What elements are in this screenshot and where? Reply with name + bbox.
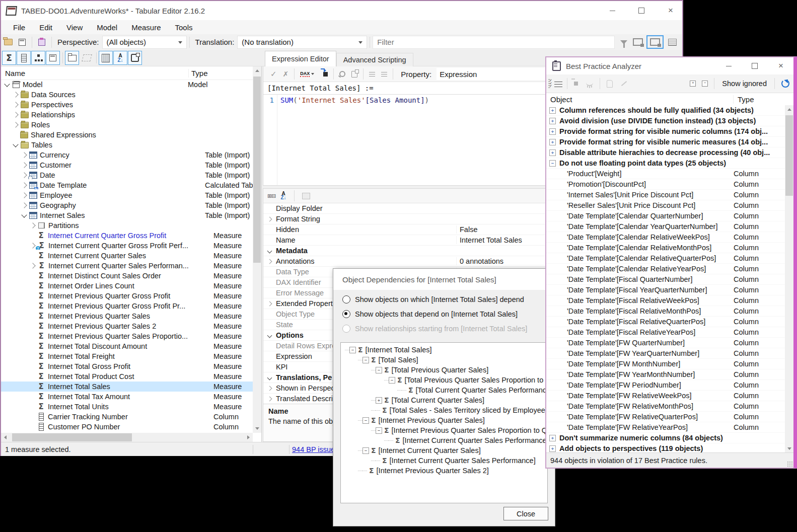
- table-row[interactable]: 'Date Template'[FW YearQuarterNumber]Col…: [546, 348, 785, 359]
- table-row[interactable]: 'Date Template'[Calendar RelativeQuarter…: [546, 253, 785, 264]
- chevron-collapsed-icon[interactable]: [13, 122, 18, 127]
- menu-view[interactable]: View: [59, 20, 90, 34]
- filter-mode-button[interactable]: [617, 36, 630, 48]
- chevron-collapsed-icon[interactable]: [21, 162, 27, 168]
- chevron-expanded-icon[interactable]: [4, 81, 10, 87]
- dependency-tree-row[interactable]: Σ[Internet Current Quarter Sales Perform…: [341, 435, 547, 445]
- show-ignored-button[interactable]: Show ignored: [722, 80, 767, 88]
- toggle-metadata-button[interactable]: [128, 51, 142, 65]
- table-row[interactable]: 'Date Template'[FW RelativeQuarterPos]Co…: [546, 412, 785, 422]
- expand-box-icon[interactable]: +: [549, 107, 556, 114]
- tree-row[interactable]: Partitions: [1, 220, 253, 231]
- outdent-button[interactable]: [369, 71, 375, 77]
- table-row[interactable]: 'Date Template'[Fiscal QuarterNumber]Col…: [546, 274, 785, 285]
- manage-rules-icon[interactable]: [554, 80, 562, 87]
- menu-tools[interactable]: Tools: [168, 20, 200, 34]
- chevron-collapsed-icon[interactable]: [21, 152, 27, 158]
- table-row[interactable]: 'Date Template'[Fiscal YearQuarterNumber…: [546, 285, 785, 295]
- type-column-header[interactable]: Type: [189, 69, 261, 78]
- table-row[interactable]: +Don't summarize numeric columns (84 obj…: [546, 433, 785, 443]
- table-row[interactable]: 'Date Template'[Calendar QuarterNumber]C…: [546, 211, 785, 221]
- resize-grip[interactable]: [787, 462, 792, 467]
- chevron-collapsed-icon[interactable]: [13, 92, 18, 97]
- tree-row[interactable]: ΣInternet Previous Quarter SalesMeasure: [1, 311, 253, 321]
- table-row[interactable]: 'Date Template'[Fiscal RelativeWeekPos]C…: [546, 295, 785, 306]
- expand-box-icon[interactable]: +: [549, 128, 556, 135]
- chevron-expanded-icon[interactable]: [13, 141, 18, 147]
- generate-script-icon[interactable]: [607, 80, 613, 88]
- expand-box-icon[interactable]: +: [549, 435, 556, 441]
- tree-row[interactable]: ΣInternet Current Quarter Sales Performa…: [1, 261, 253, 271]
- alphabetical-view-button[interactable]: AZ↓: [280, 192, 286, 200]
- table-row[interactable]: 'Date Template'[Calendar YearQuarterNumb…: [546, 221, 785, 232]
- explorer-horizontal-scrollbar[interactable]: [1, 433, 253, 442]
- expand-box-icon[interactable]: +: [549, 118, 556, 124]
- scroll-right-icon[interactable]: [244, 433, 253, 441]
- dependency-tree-row[interactable]: −Σ[Internet Current Quarter Sales]: [341, 445, 547, 455]
- collapse-box-icon[interactable]: −: [363, 447, 369, 454]
- table-row[interactable]: +Avoid division (use DIVIDE function ins…: [546, 116, 785, 126]
- tree-row[interactable]: Customer PO NumberColumn: [1, 422, 253, 432]
- chevron-expanded-icon[interactable]: [21, 212, 27, 217]
- tree-row[interactable]: Shared Expressions: [1, 130, 253, 140]
- chevron-collapsed-icon[interactable]: [30, 222, 35, 228]
- tree-row[interactable]: GeographyTable (Import): [1, 200, 253, 210]
- table-row[interactable]: +Disable attribute hierachies to decreas…: [546, 147, 785, 158]
- chevron-collapsed-icon[interactable]: [30, 263, 35, 268]
- collapse-box-icon[interactable]: −: [389, 377, 395, 384]
- open-file-button[interactable]: [2, 36, 15, 48]
- chevron-collapsed-icon[interactable]: [21, 202, 27, 208]
- table-row[interactable]: 'Date Template'[Fiscal RelativeYearPos]C…: [546, 327, 785, 338]
- tree-row[interactable]: ΣInternet Total UnitsMeasure: [1, 402, 253, 412]
- close-button[interactable]: ×: [666, 6, 675, 15]
- collapse-box-icon[interactable]: −: [363, 357, 369, 363]
- table-row[interactable]: 'Date Template'[FW YearMonthNumber]Colum…: [546, 369, 785, 380]
- collapse-box-icon[interactable]: −: [363, 417, 369, 424]
- dependency-tree-row[interactable]: −Σ[Total Previous Quarter Sales Proporti…: [341, 375, 547, 385]
- table-row[interactable]: 'Date Template'[FW RelativeYearPos]Colum…: [546, 422, 785, 433]
- chevron-expanded-icon[interactable]: [267, 248, 272, 253]
- tree-row[interactable]: ΣInternet Total SalesMeasure: [1, 382, 253, 392]
- find-button[interactable]: [339, 71, 345, 77]
- tree-row[interactable]: ΣInternet Total Tax AmountMeasure: [1, 392, 253, 402]
- table-row[interactable]: 'Internet Sales'[Unit Price Discount Pct…: [546, 190, 785, 200]
- table-row[interactable]: 'Date Template'[FW MonthNumber]Column: [546, 359, 785, 369]
- tree-row[interactable]: DateTable (Import): [1, 170, 253, 180]
- expand-box-icon[interactable]: +: [549, 139, 556, 145]
- tree-row[interactable]: CurrencyTable (Import): [1, 150, 253, 160]
- dependency-tree-row[interactable]: Σ[Total Current Quarter Sales Performanc…: [341, 385, 547, 395]
- indent-button[interactable]: [381, 71, 387, 77]
- chevron-collapsed-icon[interactable]: [30, 243, 35, 248]
- tree-row[interactable]: ΣInternet Total FreightMeasure: [1, 351, 253, 361]
- tree-row[interactable]: Carrier Tracking NumberColumn: [1, 412, 253, 422]
- refresh-icon[interactable]: [781, 80, 789, 88]
- table-row[interactable]: +Provide format string for visible numer…: [546, 126, 785, 137]
- table-row[interactable]: +Column references should be fully quali…: [546, 105, 785, 116]
- tree-row[interactable]: CustomerTable (Import): [1, 160, 253, 170]
- menu-file[interactable]: File: [6, 20, 32, 34]
- table-row[interactable]: 'Date Template'[Calendar RelativeWeekPos…: [546, 232, 785, 243]
- replace-button[interactable]: [351, 71, 357, 78]
- toggle-columns-button[interactable]: [17, 51, 31, 65]
- scrollbar-thumb[interactable]: [785, 115, 793, 196]
- ignore-rule-icon[interactable]: [586, 82, 593, 86]
- tree-row[interactable]: ΣInternet Total Product CostMeasure: [1, 371, 253, 382]
- table-row[interactable]: 'Date Template'[FW PeriodNumber]Column: [546, 380, 785, 391]
- collapse-all-button[interactable]: −: [702, 81, 708, 87]
- bpa-vertical-scrollbar[interactable]: [785, 105, 793, 453]
- table-row[interactable]: 'Product'[Weight]Column: [546, 169, 785, 179]
- chevron-collapsed-icon[interactable]: [267, 396, 272, 401]
- dependency-tree-row[interactable]: −Σ[Internet Previous Quarter Sales Propo…: [341, 425, 547, 435]
- radio-unselected-icon[interactable]: [342, 295, 350, 303]
- tree-row[interactable]: EmployeeTable (Import): [1, 190, 253, 200]
- toggle-object-types-button[interactable]: [99, 51, 113, 65]
- scroll-down-icon[interactable]: [785, 444, 793, 453]
- deploy-model-button[interactable]: [16, 36, 29, 48]
- format-dax-button[interactable]: DAX: [300, 71, 314, 77]
- tree-row[interactable]: Tables: [1, 140, 253, 150]
- tree-row[interactable]: ΣInternet Previous Quarter Sales 2Measur…: [1, 321, 253, 331]
- dependency-tree-row[interactable]: +Σ[Total Current Quarter Sales]: [341, 395, 547, 405]
- tree-row[interactable]: ΣInternet Order Lines CountMeasure: [1, 281, 253, 291]
- dependency-tree-row[interactable]: −Σ[Total Sales]: [341, 355, 547, 365]
- radio-selected-icon[interactable]: [342, 310, 350, 318]
